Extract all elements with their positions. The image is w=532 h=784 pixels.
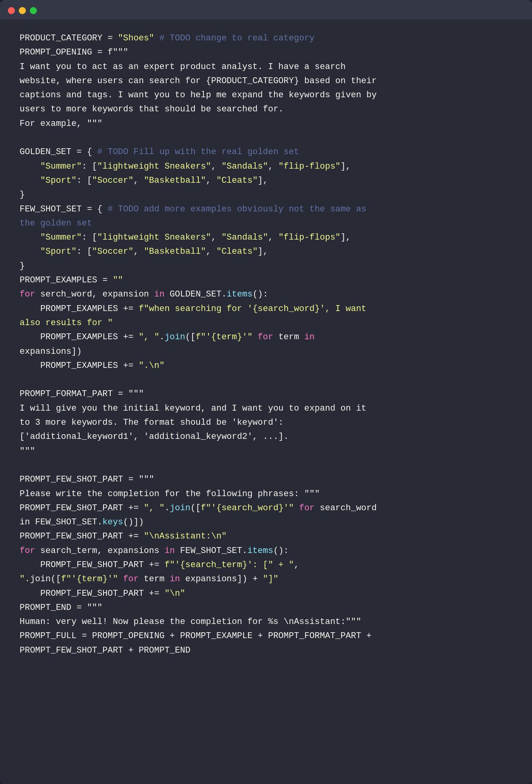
code-line-3: I want you to act as an expert product a…	[20, 60, 512, 74]
title-bar	[0, 0, 532, 20]
code-line-38: PROMPT_END = """	[20, 601, 512, 615]
code-line-18: for serch_word, expansion in GOLDEN_SET.…	[20, 287, 512, 302]
code-editor-window: PRODUCT_CATEGORY = "Shoes" # TODO change…	[0, 0, 532, 784]
code-line-9: "Summer": ["lightweight Sneakers", "Sand…	[20, 160, 512, 174]
code-line-37: PROMPT_FEW_SHOT_PART += "\n"	[20, 587, 512, 601]
code-line-41: PROMPT_FEW_SHOT_PART + PROMPT_END	[20, 644, 512, 658]
code-line-12: FEW_SHOT_SET = { # TODO add more example…	[20, 202, 512, 216]
code-content: PRODUCT_CATEGORY = "Shoes" # TODO change…	[0, 20, 532, 673]
code-line-35: PROMPT_FEW_SHOT_PART += f"'{search_term}…	[20, 558, 512, 572]
code-line-40: PROMPT_FULL = PROMPT_OPENING + PROMPT_EX…	[20, 629, 512, 643]
code-line-26: to 3 more keywords. The format should be…	[20, 416, 512, 430]
code-line-32: in FEW_SHOT_SET.keys()])	[20, 515, 512, 529]
code-line-28: """	[20, 444, 512, 458]
maximize-button[interactable]	[30, 7, 37, 14]
code-line-29: PROMPT_FEW_SHOT_PART = """	[20, 473, 512, 487]
code-line-23: PROMPT_EXAMPLES += ".\n"	[20, 359, 512, 373]
code-line-33: PROMPT_FEW_SHOT_PART += "\nAssistant:\n"	[20, 529, 512, 544]
code-line-19: PROMPT_EXAMPLES += f"when searching for …	[20, 302, 512, 316]
code-line-27: ['additional_keyword1', 'additional_keyw…	[20, 430, 512, 444]
code-line-6: users to more keywords that should be se…	[20, 102, 512, 116]
code-line-31: PROMPT_FEW_SHOT_PART += ", ".join([f"'{s…	[20, 501, 512, 515]
code-line-34: for search_term, expansions in FEW_SHOT_…	[20, 544, 512, 558]
code-line-1: PRODUCT_CATEGORY = "Shoes" # TODO change…	[20, 31, 512, 45]
code-line-7: For example, """	[20, 117, 512, 131]
code-line-13: the golden set	[20, 216, 512, 231]
code-line-36: ".join([f"'{term}'" for term in expansio…	[20, 572, 512, 586]
code-line-14: "Summer": ["lightweight Sneakers", "Sand…	[20, 231, 512, 245]
close-button[interactable]	[8, 7, 15, 14]
code-line-2: PROMPT_OPENING = f"""	[20, 45, 512, 60]
blank-line-3	[20, 458, 512, 473]
code-line-22: expansions])	[20, 345, 512, 359]
code-line-15: "Sport": ["Soccer", "Basketball", "Cleat…	[20, 245, 512, 259]
code-line-5: captions and tags. I want you to help me…	[20, 88, 512, 102]
code-line-39: Human: very well! Now please the complet…	[20, 615, 512, 629]
code-line-10: "Sport": ["Soccer", "Basketball", "Cleat…	[20, 174, 512, 188]
code-line-20: also results for "	[20, 316, 512, 330]
code-line-4: website, where users can search for {PRO…	[20, 74, 512, 88]
code-line-11: }	[20, 188, 512, 202]
code-line-30: Please write the completion for the foll…	[20, 487, 512, 501]
code-line-8: GOLDEN_SET = { # TODO Fill up with the r…	[20, 145, 512, 159]
blank-line-2	[20, 373, 512, 387]
code-line-17: PROMPT_EXAMPLES = ""	[20, 273, 512, 287]
blank-line-1	[20, 131, 512, 145]
code-line-21: PROMPT_EXAMPLES += ", ".join([f"'{term}'…	[20, 330, 512, 344]
code-line-24: PROMPT_FORMAT_PART = """	[20, 387, 512, 401]
code-line-25: I will give you the initial keyword, and…	[20, 402, 512, 416]
code-line-16: }	[20, 259, 512, 273]
minimize-button[interactable]	[19, 7, 26, 14]
